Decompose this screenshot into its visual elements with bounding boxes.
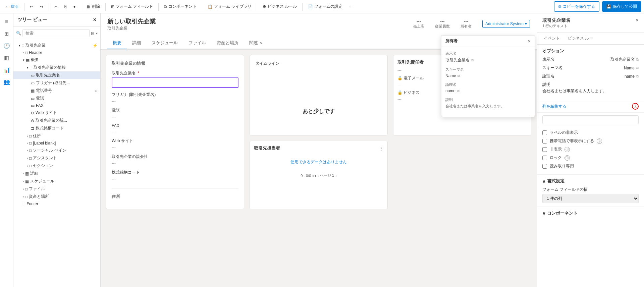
nav-chart-icon[interactable]: 📊: [1, 64, 12, 75]
filter-icon[interactable]: ⊟: [91, 31, 95, 36]
tree-item-stock-code[interactable]: ⊐ 株式銘柄コード: [13, 124, 100, 132]
field-width-select[interactable]: 1 件の列: [542, 194, 639, 203]
nav-layers-icon[interactable]: ◧: [1, 52, 12, 63]
associated-more-icon[interactable]: ⋮: [379, 146, 383, 151]
tree-item-label-blank[interactable]: › □ [Label blank]: [13, 140, 100, 147]
hide-mobile-row: 携帯電話で非表示にする ⓘ: [542, 138, 639, 144]
section-icon: □: [23, 202, 25, 206]
furigana-label: フリガナ (取引先企業名): [112, 92, 238, 98]
tree-item-address[interactable]: › □ 住所: [13, 132, 100, 140]
stock-code-label: 株式銘柄コード: [112, 170, 238, 175]
delete-label: 削除: [92, 4, 100, 9]
tab-assets[interactable]: 資産と場所: [211, 37, 244, 49]
furigana-field: フリガナ (取引先企業名) ---: [112, 92, 238, 104]
component-section-header[interactable]: ∨ コンポーネント: [542, 210, 639, 216]
chevron-right-icon: ›: [23, 180, 24, 183]
tree-item-header[interactable]: › □ Header: [13, 49, 100, 56]
folder-icon: □: [25, 187, 28, 191]
filter-dropdown-icon[interactable]: ▾: [96, 32, 98, 35]
nav-home-icon[interactable]: ⊞: [1, 28, 12, 39]
owner-selector[interactable]: Administrator System ▾: [482, 20, 530, 28]
form-library-button[interactable]: 📋 フォーム ライブラリ: [205, 2, 254, 11]
tab-business-rules[interactable]: ビジネス ルー: [564, 33, 597, 45]
form-field-button[interactable]: ⊞ フォーム フィールド: [108, 2, 156, 11]
tree-item-files[interactable]: › □ ファイル: [13, 185, 100, 193]
tab-overview[interactable]: 概要: [107, 37, 127, 49]
account-name-input[interactable]: [112, 77, 238, 88]
back-button[interactable]: ← 戻る: [3, 2, 21, 11]
save-publish-button[interactable]: 💾 保存して公開: [602, 1, 641, 12]
business-rule-button[interactable]: ⚙ ビジネス ルール: [260, 2, 300, 11]
tree-item-section[interactable]: › □ セクション: [13, 162, 100, 170]
tree-item-fax[interactable]: ▭ FAX: [13, 102, 100, 109]
copy-logical-name-icon[interactable]: ⧉: [636, 74, 639, 78]
tree-item-phone[interactable]: ▭ 電話: [13, 95, 100, 102]
dp-copy-icon[interactable]: ⧉: [471, 58, 474, 62]
tree-item-detail[interactable]: › ▦ 詳細: [13, 170, 100, 177]
separator-4: [105, 3, 106, 11]
next-page-icon[interactable]: ›: [335, 174, 337, 178]
tree-item-account-info[interactable]: ▾ □ 取引先企業の情報: [13, 64, 100, 71]
dropdown-close-icon[interactable]: ×: [528, 39, 531, 44]
cut-button[interactable]: ✂: [52, 3, 60, 10]
read-only-checkbox[interactable]: [542, 164, 547, 169]
field-icon: ▭: [31, 73, 35, 78]
more-button[interactable]: ···: [346, 3, 355, 10]
tree-item-phone-num[interactable]: ▦ 電話番号 ⊞: [13, 87, 100, 95]
formatting-section-header[interactable]: ∧ 書式設定: [542, 178, 639, 184]
column-edit-input[interactable]: [542, 115, 639, 124]
copy-schema-name-icon[interactable]: ⧉: [636, 66, 639, 70]
nav-people-icon[interactable]: 👥: [1, 76, 12, 87]
dp-logical-copy-icon[interactable]: ⧉: [457, 89, 460, 93]
tree-item-parent-account[interactable]: ⊙ 取引先企業の親...: [13, 117, 100, 124]
right-panel-title: 取引先企業名: [542, 17, 571, 23]
save-icon: 💾: [606, 4, 611, 9]
info-icon-highlight[interactable]: ⓘ: [632, 103, 639, 110]
right-panel-close-icon[interactable]: ×: [636, 17, 639, 23]
tree-item-website[interactable]: ⊙ Web サイト: [13, 109, 100, 117]
tab-detail[interactable]: 詳細: [127, 37, 146, 49]
redo-button[interactable]: ↪: [37, 3, 46, 10]
component-button[interactable]: ⧉ コンポーネント: [161, 2, 199, 11]
fax-field: FAX ---: [112, 123, 238, 134]
tree-item-furigana[interactable]: ▭ フリガナ (取引先...: [13, 79, 100, 87]
tab-schedule[interactable]: スケジュール: [146, 37, 183, 49]
lock-checkbox[interactable]: [542, 156, 547, 160]
chevron-right-icon: ›: [27, 134, 28, 138]
nav-recent-icon[interactable]: 🕐: [1, 40, 12, 51]
tree-item-account-name[interactable]: ▭ 取引先企業名: [13, 71, 100, 79]
copy-button[interactable]: ⎘: [62, 3, 69, 10]
prev-page-icon[interactable]: ‹: [317, 174, 319, 178]
copy-display-name-icon[interactable]: ⧉: [636, 57, 639, 62]
first-page-icon[interactable]: ⏮: [312, 174, 316, 178]
hide-mobile-info-icon[interactable]: ⓘ: [597, 138, 602, 144]
tree-item-account[interactable]: ▾ □ 取引先企業 ⚡: [13, 42, 100, 49]
tree-item-footer[interactable]: □ Footer: [13, 200, 100, 207]
tab-files[interactable]: ファイル: [183, 37, 211, 49]
tab-related[interactable]: 関連 ∨: [244, 37, 268, 49]
undo-icon: ↩: [30, 4, 33, 9]
lock-info-icon[interactable]: ⓘ: [565, 155, 570, 161]
nav-menu-icon[interactable]: ≡: [1, 16, 12, 27]
section-icon: □: [25, 50, 28, 55]
tree-close-icon[interactable]: ×: [93, 17, 96, 23]
associated-placeholder: 使用できるデータはありません: [254, 154, 383, 170]
save-copy-button[interactable]: ⧉ コピーを保存する: [554, 1, 599, 12]
tree-item-schedule[interactable]: › ▦ スケジュール: [13, 177, 100, 185]
form-settings-button[interactable]: 📄 フォームの設定: [305, 2, 345, 11]
hide-mobile-checkbox[interactable]: [542, 139, 547, 144]
hidden-info-icon[interactable]: ⓘ: [565, 147, 570, 152]
tree-item-assistant[interactable]: › □ アシスタント: [13, 154, 100, 162]
search-input[interactable]: [22, 29, 90, 37]
tree-item-overview[interactable]: ▾ ▦ 概要: [13, 56, 100, 64]
tree-item-social[interactable]: › □ ソーシャル ペイン: [13, 147, 100, 154]
tab-events[interactable]: イベント: [540, 33, 564, 45]
delete-button[interactable]: 🗑 削除: [84, 2, 103, 11]
undo-button[interactable]: ↩: [27, 3, 36, 10]
hide-label-checkbox[interactable]: [542, 130, 547, 135]
edit-column-link[interactable]: 列を編集する: [542, 104, 567, 109]
copy-dropdown[interactable]: ▾: [71, 3, 78, 10]
tree-item-assets[interactable]: › □ 資産と場所: [13, 193, 100, 200]
dp-schema-copy-icon[interactable]: ⧉: [458, 74, 460, 78]
hidden-checkbox[interactable]: [542, 147, 547, 152]
